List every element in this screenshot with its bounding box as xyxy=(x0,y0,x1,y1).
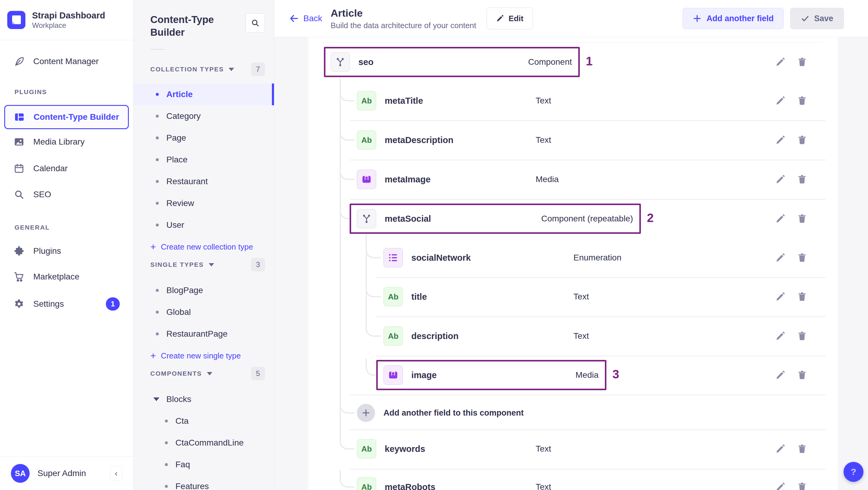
delete-field-button[interactable] xyxy=(794,367,810,384)
sidebar-item-settings[interactable]: Settings1 xyxy=(0,296,133,312)
sidebar-item-content-type-builder[interactable]: Content-Type Builder xyxy=(4,105,129,129)
edit-field-button[interactable] xyxy=(772,328,789,344)
save-button[interactable]: Save xyxy=(790,8,844,29)
action-label: Create new collection type xyxy=(161,242,253,252)
text-field-icon: Ab xyxy=(388,332,399,341)
subnav-group-header[interactable]: COMPONENTS5 xyxy=(133,367,274,380)
field-type: Enumeration xyxy=(574,238,621,277)
cart-icon xyxy=(13,271,25,282)
sidebar-item-plugins[interactable]: Plugins xyxy=(0,243,133,259)
avatar[interactable]: SA xyxy=(11,464,30,483)
delete-field-button[interactable] xyxy=(794,288,810,305)
sidebar-item-media-library[interactable]: Media Library xyxy=(0,133,133,150)
delete-field-button[interactable] xyxy=(794,479,810,490)
subnav-item-restaurantpage[interactable]: RestaurantPage xyxy=(133,323,274,345)
subnav-item-review[interactable]: Review xyxy=(133,192,274,214)
chevron-down-icon xyxy=(229,68,234,71)
field-name: socialNetwork xyxy=(411,238,471,277)
back-link[interactable]: Back xyxy=(289,13,322,24)
bullet-icon xyxy=(156,93,159,96)
sidebar-section-label: PLUGINS xyxy=(0,87,133,96)
sidebar-item-seo[interactable]: SEO xyxy=(0,186,133,203)
edit-field-button[interactable] xyxy=(772,131,789,149)
bullet-icon xyxy=(156,289,159,292)
edit-field-button[interactable] xyxy=(772,367,789,384)
field-type: Component (repeatable) xyxy=(541,199,633,238)
help-button[interactable]: ? xyxy=(843,462,864,482)
create-new-single-type-link[interactable]: +Create new single type xyxy=(133,345,274,367)
delete-field-button[interactable] xyxy=(794,54,810,70)
add-field-plus-button[interactable] xyxy=(357,404,375,422)
field-type-chip: Ab xyxy=(357,130,376,150)
subnav-title: Content-Type Builder xyxy=(150,13,241,39)
bullet-icon xyxy=(156,202,159,205)
component-item-features[interactable]: Features xyxy=(133,476,274,490)
delete-field-button[interactable] xyxy=(794,249,810,266)
edit-button[interactable]: Edit xyxy=(487,7,533,29)
bullet-icon xyxy=(156,115,159,118)
text-field-icon: Ab xyxy=(388,292,399,302)
subnav-item-place[interactable]: Place xyxy=(133,149,274,171)
field-type-chip: Ab xyxy=(383,287,403,306)
sidebar-section-label: GENERAL xyxy=(0,223,133,232)
edit-field-button[interactable] xyxy=(772,54,789,70)
count-badge: 3 xyxy=(251,258,265,271)
component-item-ctacommandline[interactable]: CtaCommandLine xyxy=(133,432,274,454)
subnav-item-user[interactable]: User xyxy=(133,214,274,236)
subnav-item-label: Place xyxy=(166,155,187,164)
subnav-item-label: BlogPage xyxy=(166,285,203,295)
field-row-metaDescription: AbmetaDescriptionText xyxy=(309,120,838,160)
edit-field-button[interactable] xyxy=(772,249,789,266)
subnav-group-header[interactable]: COLLECTION TYPES7 xyxy=(133,62,274,76)
delete-field-button[interactable] xyxy=(794,92,810,109)
sidebar-item-content-manager[interactable]: Content Manager xyxy=(0,53,133,70)
delete-field-button[interactable] xyxy=(794,440,810,457)
component-item-faq[interactable]: Faq xyxy=(133,454,274,476)
bullet-icon xyxy=(165,420,168,423)
delete-field-button[interactable] xyxy=(794,131,810,149)
sidebar-item-label: Marketplace xyxy=(33,272,80,282)
pencil-icon xyxy=(496,14,504,22)
collapse-sidebar-button[interactable]: ‹ xyxy=(110,466,122,481)
bullet-icon xyxy=(156,332,159,335)
subnav-item-restaurant[interactable]: Restaurant xyxy=(133,171,274,192)
subnav-item-blogpage[interactable]: BlogPage xyxy=(133,279,274,301)
subnav-group-header[interactable]: SINGLE TYPES3 xyxy=(133,258,274,272)
edit-field-button[interactable] xyxy=(772,92,789,109)
chevron-left-icon: ‹ xyxy=(115,469,118,478)
delete-field-button[interactable] xyxy=(794,210,810,227)
field-type-chip: Ab xyxy=(357,477,376,490)
subnav-item-global[interactable]: Global xyxy=(133,301,274,323)
search-button[interactable] xyxy=(246,13,265,33)
annotation-number: 1 xyxy=(586,55,592,68)
field-row-description: AbdescriptionText xyxy=(309,316,838,356)
edit-field-button[interactable] xyxy=(772,479,789,490)
sidebar-item-calendar[interactable]: Calendar xyxy=(0,160,133,177)
add-another-field-button[interactable]: Add another field xyxy=(683,8,784,29)
component-item-cta[interactable]: Cta xyxy=(133,410,274,432)
app-screen: Strapi Dashboard Workplace Content Manag… xyxy=(0,0,868,490)
sidebar-item-marketplace[interactable]: Marketplace xyxy=(0,268,133,285)
subnav-item-article[interactable]: Article xyxy=(133,84,274,105)
edit-field-button[interactable] xyxy=(772,210,789,227)
subnav-item-category[interactable]: Category xyxy=(133,105,274,127)
subnav-item-label: Review xyxy=(166,198,194,208)
workspace-switcher[interactable]: Strapi Dashboard Workplace xyxy=(0,0,133,40)
delete-field-button[interactable] xyxy=(794,171,810,188)
chevron-down-icon xyxy=(153,397,159,401)
field-type: Text xyxy=(536,81,551,120)
subnav-item-label: Global xyxy=(166,307,191,317)
create-new-collection-type-link[interactable]: +Create new collection type xyxy=(133,236,274,258)
workspace-name: Workplace xyxy=(32,21,105,30)
text-field-icon: Ab xyxy=(362,96,372,105)
field-type-chip xyxy=(357,170,376,189)
edit-field-button[interactable] xyxy=(772,171,789,188)
field-type-chip xyxy=(357,209,376,228)
component-category-blocks[interactable]: Blocks xyxy=(133,388,274,410)
edit-field-button[interactable] xyxy=(772,288,789,305)
delete-field-button[interactable] xyxy=(794,328,810,344)
check-icon xyxy=(801,14,809,23)
edit-field-button[interactable] xyxy=(772,440,789,457)
add-field-to-component-row[interactable]: Add another field to this component xyxy=(309,393,838,432)
subnav-item-page[interactable]: Page xyxy=(133,127,274,149)
